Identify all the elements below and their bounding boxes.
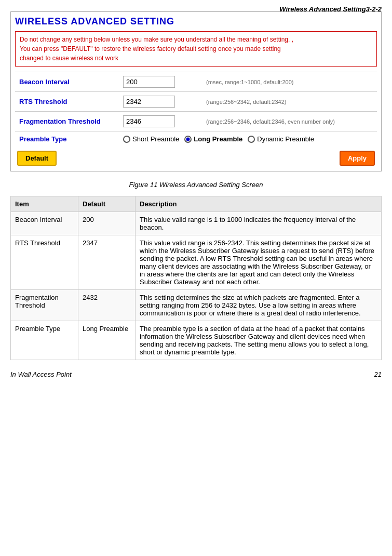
row-desc-1: This value valid range is 256-2342. This… <box>136 235 382 290</box>
table-header-row: Item Default Description <box>11 196 382 212</box>
row-item-2: Fragmentation Threshold <box>11 290 78 321</box>
preamble-dynamic-option[interactable]: Dynamic Preamble <box>248 135 314 143</box>
preamble-long-label: Long Preamble <box>194 135 242 143</box>
row-item-3: Preamble Type <box>11 321 78 360</box>
warning-text: Do not change any setting below unless y… <box>20 36 293 62</box>
chapter-title: 3-2-2 Wireless Advanced Setting <box>270 5 382 13</box>
field-row-rts: RTS Threshold (range:256~2342, default:2… <box>15 92 377 112</box>
page-footer: In Wall Access Point 21 <box>10 370 382 378</box>
figure-caption: Figure 11 Wireless Advanced Setting Scre… <box>10 181 382 189</box>
preamble-short-option[interactable]: Short Preamble <box>123 135 179 143</box>
default-button[interactable]: Default <box>17 151 57 166</box>
row-desc-2: This setting determines the size at whic… <box>136 290 382 321</box>
description-table: Item Default Description Beacon Interval… <box>10 196 382 360</box>
preamble-dynamic-radio[interactable] <box>248 136 255 143</box>
warning-box: Do not change any setting below unless y… <box>15 31 377 67</box>
frag-hint: (range:256~2346, default:2346, even numb… <box>202 112 377 131</box>
apply-button[interactable]: Apply <box>340 151 375 166</box>
col-item-header: Item <box>11 196 78 212</box>
rts-input-cell <box>119 92 202 112</box>
field-row-beacon: Beacon Interval (msec, range:1~1000, def… <box>15 72 377 92</box>
preamble-short-radio[interactable] <box>123 136 130 143</box>
preamble-long-radio[interactable] <box>184 136 192 143</box>
frag-label: Fragmentation Threshold <box>15 112 119 131</box>
beacon-input[interactable] <box>123 76 175 88</box>
rts-hint: (range:256~2342, default:2342) <box>202 92 377 112</box>
beacon-hint: (msec, range:1~1000, default:200) <box>202 72 377 92</box>
table-row: Preamble TypeLong PreambleThe preamble t… <box>11 321 382 360</box>
preamble-label: Preamble Type <box>15 131 119 147</box>
row-default-1: 2347 <box>78 235 136 290</box>
preamble-dynamic-label: Dynamic Preamble <box>257 135 314 143</box>
frag-input-cell <box>119 112 202 131</box>
preamble-long-option[interactable]: Long Preamble <box>184 135 242 143</box>
table-row: RTS Threshold2347This value valid range … <box>11 235 382 290</box>
settings-table: Beacon Interval (msec, range:1~1000, def… <box>15 72 377 147</box>
setting-panel: WIRELESS ADVANCED SETTING Do not change … <box>10 11 382 171</box>
row-default-3: Long Preamble <box>78 321 136 360</box>
radio-group: Short Preamble Long Preamble Dynamic Pre… <box>123 135 373 143</box>
beacon-input-cell <box>119 72 202 92</box>
panel-title: WIRELESS ADVANCED SETTING <box>15 16 377 27</box>
footer-left: In Wall Access Point <box>10 370 72 378</box>
col-default-header: Default <box>78 196 136 212</box>
button-row: Default Apply <box>15 147 377 167</box>
rts-input[interactable] <box>123 96 175 108</box>
preamble-short-label: Short Preamble <box>132 135 179 143</box>
row-default-0: 200 <box>78 212 136 235</box>
field-row-preamble: Preamble Type Short Preamble Long Preamb… <box>15 131 377 147</box>
col-desc-header: Description <box>136 196 382 212</box>
table-row: Beacon Interval200This value valid range… <box>11 212 382 235</box>
rts-label: RTS Threshold <box>15 92 119 112</box>
row-desc-0: This value valid range is 1 to 1000 indi… <box>136 212 382 235</box>
frag-input[interactable] <box>123 115 175 127</box>
row-item-0: Beacon Interval <box>11 212 78 235</box>
row-item-1: RTS Threshold <box>11 235 78 290</box>
row-desc-3: The preamble type is a section of data a… <box>136 321 382 360</box>
footer-right: 21 <box>374 370 382 378</box>
field-row-frag: Fragmentation Threshold (range:256~2346,… <box>15 112 377 131</box>
preamble-options-cell: Short Preamble Long Preamble Dynamic Pre… <box>119 131 377 147</box>
row-default-2: 2432 <box>78 290 136 321</box>
beacon-label: Beacon Interval <box>15 72 119 92</box>
table-row: Fragmentation Threshold2432This setting … <box>11 290 382 321</box>
